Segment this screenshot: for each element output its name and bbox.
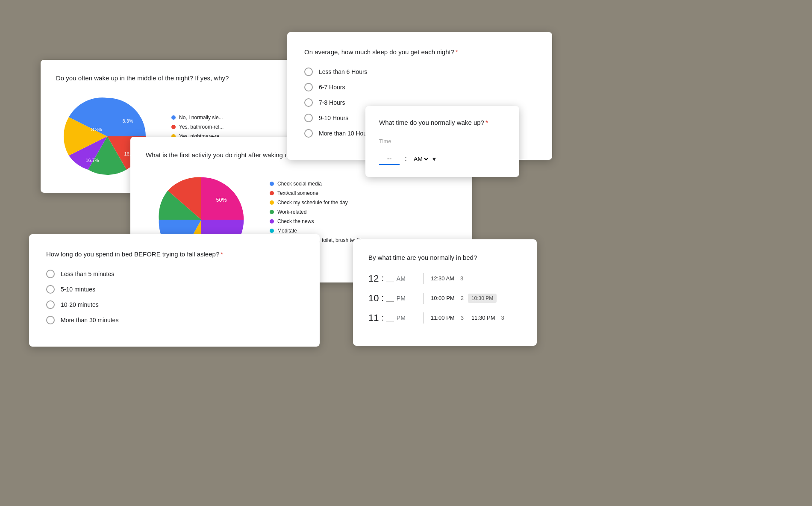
radio-5-10min[interactable]	[46, 285, 55, 294]
bed-colon-12: :	[381, 274, 384, 283]
bed-colon-10: :	[381, 293, 384, 303]
required-star-2: *	[485, 119, 488, 126]
bed-right-10: 10:00 PM 2 10:30 PM	[424, 294, 497, 303]
sleep-hours-question: On average, how much sleep do you get ea…	[304, 47, 535, 57]
legend-schedule: Check my schedule for the day	[270, 200, 362, 206]
time-input-row: : AM PM ▼	[379, 153, 506, 165]
bed-time-row-12am: 12 : __ AM 12:30 AM 3	[368, 273, 521, 284]
option-7-8[interactable]: 7-8 Hours	[304, 98, 535, 107]
bed-time-card: By what time are you normally in bed? 12…	[353, 239, 537, 346]
option-6-7[interactable]: 6-7 Hours	[304, 83, 535, 91]
legend-dot-schedule	[270, 200, 274, 205]
legend-dot-blue	[171, 115, 176, 120]
option-less-5min[interactable]: Less than 5 minutes	[46, 270, 303, 278]
bed-hour-10-num: 10	[368, 293, 379, 304]
bed-hour-12: 12 : __ AM	[368, 273, 424, 284]
bed-count-1130: 3	[501, 315, 504, 321]
legend-dot-meditate	[270, 229, 274, 233]
legend-dot-social	[270, 182, 274, 186]
legend-work-label: Work-related	[277, 209, 306, 215]
bed-right-12: 12:30 AM 3	[424, 275, 463, 282]
option-5-10min-label: 5-10 mintues	[61, 286, 95, 293]
wake-time-card: What time do you normally wake up?* Time…	[365, 106, 519, 177]
bed-blank-11: __	[386, 314, 394, 322]
bed-time-1100: 11:00 PM	[431, 315, 455, 321]
option-more-30min[interactable]: More than 30 minutes	[46, 316, 303, 324]
option-less-6-label: Less than 6 Hours	[319, 68, 368, 75]
radio-more-30min[interactable]	[46, 316, 55, 324]
legend-dot-work	[270, 210, 274, 214]
bed-colon-11: :	[381, 313, 384, 323]
bed-before-question: How long do you spend in bed BEFORE tryi…	[46, 250, 303, 259]
legend-meditate: Meditate	[270, 228, 362, 234]
option-5-10min[interactable]: 5-10 mintues	[46, 285, 303, 294]
option-less-5min-label: Less than 5 minutes	[61, 271, 114, 277]
wake-time-question: What time do you normally wake up?*	[379, 118, 506, 128]
bed-count-1100: 3	[461, 315, 464, 321]
bed-blank-12: __	[386, 275, 394, 282]
svg-text:50%: 50%	[216, 197, 227, 203]
radio-less-6[interactable]	[304, 68, 313, 76]
ampm-dropdown[interactable]: AM PM	[412, 155, 430, 163]
option-9-10-label: 9-10 Hours	[319, 115, 348, 121]
bed-period-11: PM	[397, 315, 406, 321]
option-7-8-label: 7-8 Hours	[319, 99, 345, 106]
radio-more-10[interactable]	[304, 129, 313, 138]
required-star: *	[456, 48, 458, 56]
legend-social-label: Check social media	[277, 181, 322, 187]
first-activity-title: What is the first activity you do right …	[146, 151, 292, 159]
colon-separator: :	[405, 154, 407, 163]
legend-text-call-label: Text/call someone	[277, 190, 318, 196]
legend-dot-textcall	[270, 191, 274, 195]
bed-period-10: PM	[397, 295, 406, 302]
option-less-6[interactable]: Less than 6 Hours	[304, 68, 535, 76]
hour-input[interactable]	[379, 153, 400, 165]
option-10-20min[interactable]: 10-20 minutes	[46, 300, 303, 309]
legend-bathroom: Yes, bathroom-rel...	[171, 124, 224, 130]
bed-blank-10: __	[386, 294, 394, 302]
radio-9-10[interactable]	[304, 114, 313, 122]
radio-7-8[interactable]	[304, 98, 313, 107]
bed-before-card: How long do you spend in bed BEFORE tryi…	[29, 234, 320, 347]
bed-count-1230: 3	[460, 275, 463, 282]
radio-6-7[interactable]	[304, 83, 313, 91]
wake-night-title: Do you often wake up in the middle of th…	[56, 74, 229, 82]
bed-time-1000: 10:00 PM	[431, 295, 455, 301]
bed-right-11: 11:00 PM 3 11:30 PM 3	[424, 315, 504, 321]
wake-time-title: What time do you normally wake up?	[379, 119, 484, 126]
bed-time-row-11pm: 11 : __ PM 11:00 PM 3 11:30 PM 3	[368, 312, 521, 324]
legend-schedule-label: Check my schedule for the day	[277, 200, 348, 206]
legend-bathroom-label: Yes, bathroom-rel...	[179, 124, 224, 130]
wake-night-question: Do you often wake up in the middle of th…	[56, 74, 324, 83]
bed-period-12: AM	[397, 275, 406, 282]
bed-time-row-10pm: 10 : __ PM 10:00 PM 2 10:30 PM	[368, 293, 521, 304]
bed-badge-1030: 10:30 PM	[468, 294, 497, 303]
bed-before-title: How long do you spend in bed BEFORE tryi…	[46, 250, 219, 258]
bed-time-1130: 11:30 PM	[471, 315, 495, 321]
bed-hour-11-num: 11	[368, 312, 379, 324]
legend-text-call: Text/call someone	[270, 190, 362, 196]
bed-time-1230: 12:30 AM	[431, 275, 454, 282]
svg-text:8.3%: 8.3%	[122, 118, 133, 124]
ampm-selector[interactable]: AM PM ▼	[412, 155, 437, 163]
legend-social: Check social media	[270, 181, 362, 187]
svg-text:16.7%: 16.7%	[85, 158, 99, 163]
bed-hour-12-num: 12	[368, 273, 379, 284]
sleep-hours-title: On average, how much sleep do you get ea…	[304, 48, 454, 56]
option-more-30min-label: More than 30 minutes	[61, 317, 118, 324]
bed-hour-11: 11 : __ PM	[368, 312, 424, 324]
bed-hour-10: 10 : __ PM	[368, 293, 424, 304]
bed-time-title: By what time are you normally in bed?	[368, 254, 477, 261]
legend-news-label: Check the news	[277, 218, 314, 224]
option-10-20min-label: 10-20 minutes	[61, 301, 99, 308]
svg-text:8.3%: 8.3%	[91, 127, 102, 132]
legend-no-normally: No, I normally sle...	[171, 115, 224, 121]
radio-less-5min[interactable]	[46, 270, 55, 278]
legend-dot-news	[270, 219, 274, 224]
legend-meditate-label: Meditate	[277, 228, 297, 234]
radio-10-20min[interactable]	[46, 300, 55, 309]
legend-no-normally-label: No, I normally sle...	[179, 115, 223, 121]
legend-news: Check the news	[270, 218, 362, 224]
bed-count-1000: 2	[461, 295, 464, 301]
dropdown-arrow-icon: ▼	[431, 156, 437, 162]
